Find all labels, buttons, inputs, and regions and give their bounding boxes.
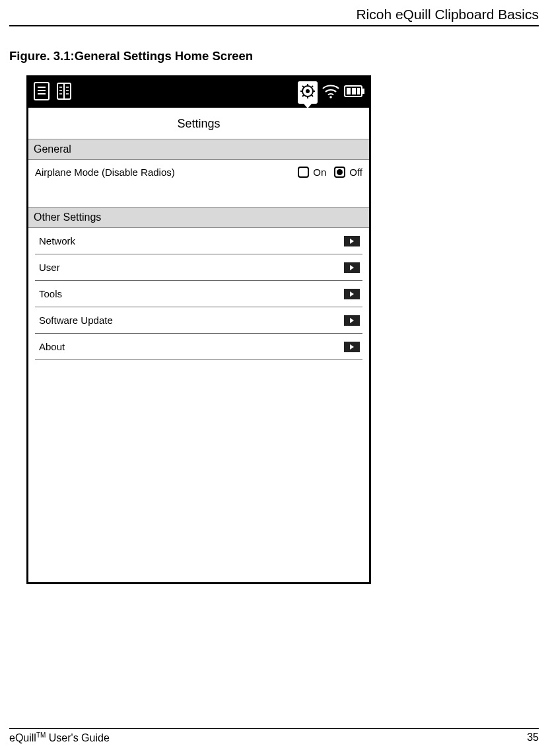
airplane-mode-row: Airplane Mode (Disable Radios) On Off: [28, 160, 369, 207]
footer-guide-title: eQuillTM User's Guide: [9, 732, 110, 744]
list-item[interactable]: Network: [35, 228, 362, 254]
list-item-label: Tools: [39, 288, 62, 299]
svg-rect-27: [352, 88, 356, 94]
svg-marker-32: [350, 318, 354, 323]
airplane-mode-label: Airplane Mode (Disable Radios): [35, 167, 175, 178]
section-header-other: Other Settings: [28, 207, 369, 228]
document-icon[interactable]: [32, 81, 51, 104]
airplane-off-radio[interactable]: [334, 167, 345, 178]
chevron-right-icon: [344, 315, 360, 326]
list-item-label: About: [39, 341, 65, 352]
status-bar: [28, 77, 369, 108]
svg-line-21: [312, 86, 313, 87]
settings-icon[interactable]: [298, 81, 318, 104]
airplane-off-label: Off: [349, 167, 362, 178]
list-item-label: Software Update: [39, 315, 113, 326]
svg-rect-25: [362, 89, 364, 94]
list-item-label: User: [39, 262, 60, 273]
page-footer: eQuillTM User's Guide 35: [9, 728, 539, 744]
header-rule: [9, 25, 539, 26]
svg-marker-31: [350, 291, 354, 297]
list-item[interactable]: User: [35, 254, 362, 281]
svg-marker-29: [350, 239, 354, 244]
svg-marker-33: [350, 344, 354, 350]
airplane-on-label: On: [313, 167, 326, 178]
svg-line-20: [302, 95, 304, 96]
chevron-right-icon: [344, 289, 360, 299]
running-header: Ricoh eQuill Clipboard Basics: [9, 7, 539, 22]
other-settings-list: Network User Tools Software Update About: [28, 228, 369, 360]
wifi-icon[interactable]: [322, 83, 340, 102]
svg-line-18: [302, 86, 304, 87]
chevron-right-icon: [344, 342, 360, 352]
chevron-right-icon: [344, 262, 360, 273]
svg-line-19: [312, 95, 313, 96]
page-number: 35: [527, 732, 539, 744]
pages-icon[interactable]: [55, 81, 76, 104]
list-item-label: Network: [39, 235, 75, 246]
svg-point-13: [306, 89, 310, 93]
section-header-general: General: [28, 139, 369, 160]
svg-rect-28: [357, 88, 360, 94]
svg-point-23: [329, 96, 332, 98]
svg-rect-26: [347, 88, 351, 94]
list-item[interactable]: Software Update: [35, 307, 362, 334]
battery-icon[interactable]: [344, 85, 365, 100]
chevron-right-icon: [344, 236, 360, 246]
list-item[interactable]: Tools: [35, 281, 362, 307]
device-screenshot: Settings General Airplane Mode (Disable …: [26, 75, 371, 584]
airplane-on-radio[interactable]: [298, 167, 309, 178]
panel-title: Settings: [28, 108, 369, 139]
list-item[interactable]: About: [35, 334, 362, 360]
figure-caption: Figure. 3.1:General Settings Home Screen: [9, 49, 539, 63]
svg-marker-30: [350, 265, 354, 270]
svg-marker-22: [304, 104, 312, 108]
